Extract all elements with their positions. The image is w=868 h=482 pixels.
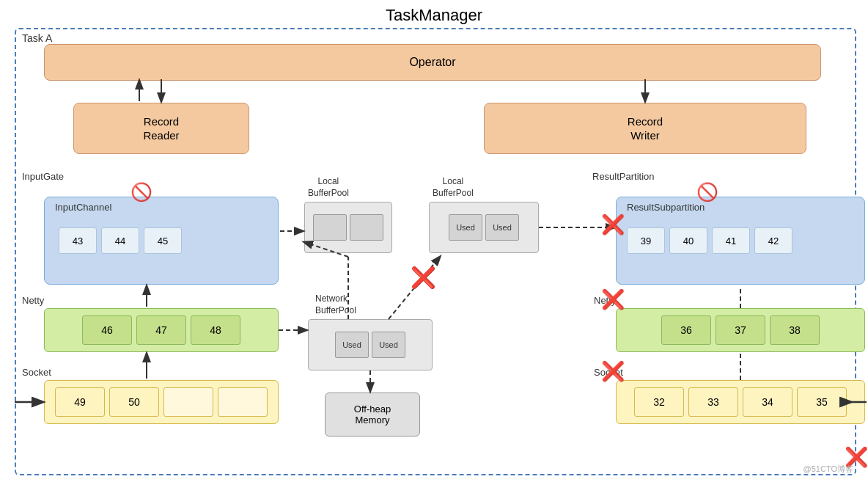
netty-cell-36: 36 [661,315,711,345]
pool-right-used-2: Used [485,214,519,241]
cell-45: 45 [144,227,182,254]
cell-42: 42 [754,227,792,254]
offheap-label: Off-heapMemory [354,404,391,426]
network-pool-box: Used Used [308,319,433,370]
network-used-1: Used [335,332,369,358]
input-channel-cells: 43 44 45 [59,227,182,254]
cell-39: 39 [627,227,665,254]
netty-left-box: 46 47 48 [44,308,279,352]
local-pool-right-label: LocalBufferPool [433,176,474,199]
netty-right-box: 36 37 38 [616,308,865,352]
socket-cell-34: 34 [743,387,792,417]
offheap-box: Off-heapMemory [325,392,420,437]
socket-cell-50: 50 [109,387,159,417]
input-gate-label: InputGate [22,171,64,182]
task-a-label: Task A [22,32,52,44]
operator-label: Operator [409,56,455,69]
cell-41: 41 [712,227,750,254]
network-used-2: Used [372,332,405,358]
pool-right-used-1: Used [449,214,482,241]
socket-cell-empty-2 [218,387,268,417]
cell-43: 43 [59,227,97,254]
cell-40: 40 [669,227,707,254]
socket-cell-49: 49 [55,387,105,417]
result-sub-cells: 39 40 41 42 [627,227,792,254]
watermark: @51CTO博客 [803,464,853,475]
record-reader-box: RecordReader [73,103,249,154]
local-pool-left-box [304,202,392,253]
socket-left-box: 49 50 [44,380,279,424]
local-pool-right-box: Used Used [429,202,539,253]
socket-cell-33: 33 [688,387,738,417]
network-pool-label: NetworkBufferPool [315,293,356,316]
netty-cell-37: 37 [716,315,765,345]
socket-left-label: Socket [22,367,51,378]
red-x-socket-right: ❌ [601,362,625,381]
netty-left-label: Netty [22,295,44,306]
netty-cell-47: 47 [136,315,186,345]
no-entry-input-gate: 🚫 [130,182,152,202]
result-sub-inner-label: ResultSubpartition [627,202,705,213]
netty-cell-38: 38 [770,315,820,345]
socket-right-box: 32 33 34 35 [616,380,865,424]
red-x-network-pool: ❌ [411,268,436,288]
cell-44: 44 [101,227,139,254]
red-x-result-sub: ❌ [601,215,625,234]
page-title: TaskManager [0,0,868,28]
pool-cell-2 [350,214,383,241]
input-channel-inner-label: InputChannel [55,202,111,213]
socket-cell-empty-1 [163,387,213,417]
pool-cell-1 [313,214,347,241]
operator-box: Operator [44,44,821,81]
socket-cell-32: 32 [634,387,684,417]
socket-cell-35: 35 [797,387,847,417]
local-pool-left-label: LocalBufferPool [308,176,349,199]
result-partition-label: ResultPartition [592,171,655,182]
netty-cell-46: 46 [82,315,132,345]
netty-cell-48: 48 [191,315,240,345]
record-reader-label: RecordReader [143,114,179,143]
red-x-netty-right: ❌ [601,290,625,309]
record-writer-label: RecordWriter [628,114,663,143]
no-entry-result-partition: 🚫 [696,182,718,202]
record-writer-box: RecordWriter [484,103,806,154]
